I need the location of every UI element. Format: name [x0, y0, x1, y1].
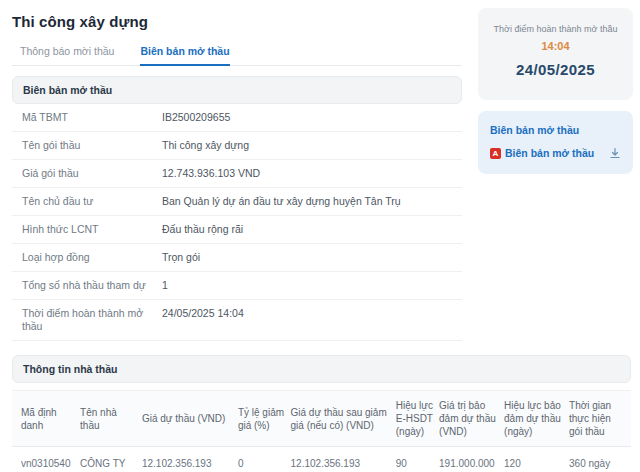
kv-value: IB2500209655	[162, 111, 230, 124]
cell-gia-du-thau-sau-giam: 12.102.356.193	[291, 447, 396, 472]
col-gia-tri-bao-dam: Giá trị bảo đảm dự thầu (VND)	[439, 391, 504, 447]
cell-ten-nha-thau: CÔNG TY TNHH PHÁT TRIỂN XÂY DỰNG ĐỨC KHẢ…	[80, 447, 142, 472]
kv-value: Trọn gói	[162, 251, 200, 264]
kv-value: Thi công xây dựng	[162, 139, 249, 152]
col-hieu-luc-bao-dam: Hiệu lực bảo đảm dự thầu (ngày)	[504, 391, 569, 447]
kv-label: Tên chủ đầu tư	[22, 195, 162, 208]
contractor-row: vn0310540189 CÔNG TY TNHH PHÁT TRIỂN XÂY…	[12, 447, 631, 472]
kv-label: Thời điểm hoàn thành mở thầu	[22, 307, 162, 333]
kv-row-gia-goi-thau: Giá gói thầu 12.743.936.103 VND	[12, 160, 462, 188]
cell-gia-du-thau: 12.102.356.193	[142, 447, 238, 472]
bid-record-section-header: Biên bản mở thầu	[12, 76, 462, 104]
kv-row-tong-so-nha-thau: Tổng số nhà thầu tham dự 1	[12, 272, 462, 300]
col-gia-du-thau-sau-giam: Giá dự thầu sau giảm giá (nếu có) (VND)	[291, 391, 396, 447]
document-file-link[interactable]: Biên bản mở thầu	[505, 147, 605, 159]
kv-label: Tên gói thầu	[22, 139, 162, 152]
col-hieu-luc-ehsdt: Hiệu lực E-HSDT (ngày)	[396, 391, 439, 447]
kv-row-ma-tbmt: Mã TBMT IB2500209655	[12, 104, 462, 132]
col-thoi-gian-thuc-hien: Thời gian thực hiện gói thầu	[569, 391, 631, 447]
tab-bar: Thông báo mời thầu Biên bản mở thầu	[12, 41, 462, 66]
kv-value: Đấu thầu rộng rãi	[162, 223, 243, 236]
cell-ty-le-giam-gia: 0	[238, 447, 291, 472]
cell-gia-tri-bao-dam: 191.000.000	[439, 447, 504, 472]
col-ma-dinh-danh: Mã định danh	[12, 391, 80, 447]
kv-row-loai-hop-dong: Loại hợp đồng Trọn gói	[12, 244, 462, 272]
kv-row-hinh-thuc-lcnt: Hình thức LCNT Đấu thầu rộng rãi	[12, 216, 462, 244]
contractors-table: Mã định danh Tên nhà thầu Giá dự thầu (V…	[12, 390, 631, 472]
bid-record-document-card: Biên bản mở thầu A Biên bản mở thầu	[478, 111, 633, 174]
kv-row-ten-goi-thau: Tên gói thầu Thi công xây dựng	[12, 132, 462, 160]
col-ten-nha-thau: Tên nhà thầu	[80, 391, 142, 447]
col-gia-du-thau: Giá dự thầu (VND)	[142, 391, 238, 447]
kv-label: Giá gói thầu	[22, 167, 162, 180]
download-icon	[609, 147, 621, 159]
cell-ma-dinh-danh: vn0310540189	[12, 447, 80, 472]
kv-row-thoi-diem-hoan-thanh: Thời điểm hoàn thành mở thầu 24/05/2025 …	[12, 300, 462, 341]
kv-value: 1	[162, 279, 168, 292]
document-file-row[interactable]: A Biên bản mở thầu	[490, 147, 621, 159]
page-root: Thi công xây dựng Thông báo mời thầu Biê…	[0, 0, 640, 341]
completion-time-card: Thời điểm hoàn thành mở thầu 14:04 24/05…	[478, 8, 633, 100]
completion-time-value: 14:04	[486, 40, 625, 52]
contractors-section-header: Thông tin nhà thầu	[12, 355, 631, 383]
contractors-table-header-row: Mã định danh Tên nhà thầu Giá dự thầu (V…	[12, 391, 631, 447]
pdf-file-icon: A	[490, 148, 501, 159]
page-title: Thi công xây dựng	[12, 13, 462, 30]
cell-hieu-luc-ehsdt: 90	[396, 447, 439, 472]
sidebar: Thời điểm hoàn thành mở thầu 14:04 24/05…	[478, 0, 633, 341]
kv-label: Tổng số nhà thầu tham dự	[22, 279, 162, 292]
contractors-section: Thông tin nhà thầu Mã định danh Tên nhà …	[0, 355, 640, 472]
kv-value: 12.743.936.103 VND	[162, 167, 260, 180]
completion-time-label: Thời điểm hoàn thành mở thầu	[486, 24, 625, 34]
document-card-title: Biên bản mở thầu	[490, 124, 621, 136]
bid-record-rows: Mã TBMT IB2500209655 Tên gói thầu Thi cô…	[12, 104, 462, 341]
kv-value: Ban Quản lý dự án đầu tư xây dựng huyện …	[162, 195, 401, 208]
kv-row-ten-chu-dau-tu: Tên chủ đầu tư Ban Quản lý dự án đầu tư …	[12, 188, 462, 216]
kv-label: Mã TBMT	[22, 111, 162, 124]
completion-date-value: 24/05/2025	[486, 61, 625, 78]
cell-thoi-gian-thuc-hien: 360 ngày	[569, 447, 631, 472]
kv-label: Loại hợp đồng	[22, 251, 162, 264]
download-button[interactable]	[609, 147, 621, 159]
col-ty-le-giam-gia: Tỷ lệ giảm giá (%)	[238, 391, 291, 447]
main-column: Thi công xây dựng Thông báo mời thầu Biê…	[12, 0, 462, 341]
kv-value: 24/05/2025 14:04	[162, 307, 244, 320]
tab-bien-ban-mo-thau[interactable]: Biên bản mở thầu	[140, 41, 229, 66]
tab-thong-bao-moi-thau[interactable]: Thông báo mời thầu	[20, 41, 114, 65]
cell-hieu-luc-bao-dam: 120	[504, 447, 569, 472]
kv-label: Hình thức LCNT	[22, 223, 162, 236]
